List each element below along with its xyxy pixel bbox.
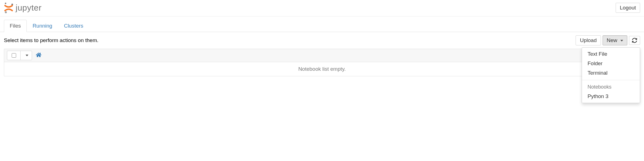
svg-point-0: [5, 3, 6, 4]
home-icon: [36, 52, 41, 57]
jupyter-logo-icon: [4, 2, 13, 13]
refresh-button[interactable]: [629, 36, 640, 45]
menu-item-terminal[interactable]: Terminal: [582, 68, 640, 76]
breadcrumb-home[interactable]: [36, 52, 41, 59]
new-dropdown-menu: Text File Folder Terminal Notebooks Pyth…: [582, 47, 640, 76]
file-list: Notebook list empty.: [4, 49, 640, 76]
menu-item-text-file[interactable]: Text File: [582, 49, 640, 59]
file-list-header: [4, 49, 640, 62]
jupyter-logo[interactable]: jupyter: [4, 2, 42, 13]
logo-text: jupyter: [16, 3, 42, 13]
menu-item-folder[interactable]: Folder: [582, 59, 640, 68]
tab-files[interactable]: Files: [4, 20, 27, 32]
action-buttons: Upload New: [576, 35, 640, 45]
svg-point-2: [5, 11, 7, 13]
select-all-checkbox[interactable]: [12, 53, 16, 58]
refresh-icon: [632, 38, 637, 43]
empty-list-message: Notebook list empty.: [4, 62, 640, 76]
upload-button[interactable]: Upload: [576, 35, 601, 45]
new-button[interactable]: New: [603, 35, 627, 45]
tab-running[interactable]: Running: [27, 20, 58, 32]
header: jupyter Logout: [0, 0, 644, 16]
select-menu-toggle[interactable]: [21, 51, 32, 60]
caret-down-icon: [620, 40, 623, 42]
new-button-label: New: [607, 37, 617, 43]
logout-button[interactable]: Logout: [616, 3, 640, 13]
select-all-checkbox-wrap[interactable]: [7, 51, 21, 60]
tabs: Files Running Clusters: [0, 16, 644, 32]
tab-clusters[interactable]: Clusters: [58, 20, 89, 32]
select-all-group: [7, 51, 32, 60]
action-row: Select items to perform actions on them.…: [0, 32, 644, 49]
caret-down-icon: [26, 55, 28, 56]
action-message: Select items to perform actions on them.: [4, 37, 98, 43]
